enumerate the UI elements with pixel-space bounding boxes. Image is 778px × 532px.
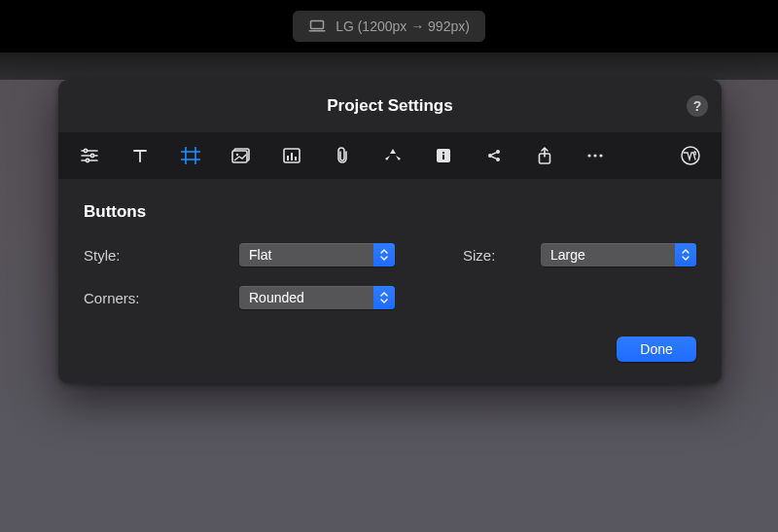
corners-select[interactable]: Rounded	[239, 286, 395, 309]
corners-label: Corners:	[84, 290, 239, 306]
svg-line-25	[492, 153, 497, 155]
svg-rect-16	[287, 156, 289, 160]
form-grid: Style: Flat Size: Large Corners: Rounded	[84, 243, 696, 309]
svg-point-6	[90, 154, 93, 157]
chevron-updown-icon	[675, 243, 696, 266]
share-icon[interactable]	[480, 142, 508, 169]
buttons-section: Buttons Style: Flat Size: Large Corners:…	[58, 179, 722, 309]
svg-rect-1	[309, 30, 326, 32]
help-icon: ?	[693, 98, 702, 114]
panel-header: Project Settings ?	[58, 80, 722, 132]
svg-rect-0	[311, 21, 324, 29]
panel-backdrop	[0, 53, 778, 80]
panel-title: Project Settings	[327, 96, 452, 116]
wordpress-icon[interactable]	[677, 142, 704, 169]
export-icon[interactable]	[531, 142, 558, 169]
size-value: Large	[550, 247, 585, 263]
attachment-icon[interactable]	[329, 142, 356, 169]
svg-rect-21	[442, 155, 444, 160]
style-value: Flat	[249, 247, 271, 263]
svg-point-14	[236, 154, 238, 156]
svg-point-29	[593, 154, 596, 157]
more-icon[interactable]	[582, 142, 609, 169]
recycle-icon[interactable]	[379, 142, 407, 169]
svg-point-30	[599, 154, 602, 157]
laptop-icon	[308, 19, 326, 33]
info-icon[interactable]	[430, 142, 457, 169]
svg-rect-17	[291, 153, 293, 160]
svg-point-28	[587, 154, 590, 157]
sliders-icon[interactable]	[76, 142, 103, 169]
style-select[interactable]: Flat	[239, 243, 395, 266]
size-select[interactable]: Large	[541, 243, 696, 266]
section-title: Buttons	[84, 202, 696, 222]
image-icon[interactable]	[228, 142, 255, 169]
svg-rect-18	[295, 157, 297, 160]
text-icon[interactable]	[126, 142, 154, 169]
done-label: Done	[640, 341, 672, 357]
svg-rect-20	[442, 152, 444, 154]
chart-icon[interactable]	[278, 142, 305, 169]
project-settings-panel: Project Settings ?	[58, 80, 722, 383]
done-button[interactable]: Done	[617, 337, 696, 362]
settings-toolbar	[58, 132, 722, 179]
svg-line-26	[492, 157, 497, 159]
frame-icon[interactable]	[177, 142, 204, 169]
top-menubar: LG (1200px → 992px)	[0, 0, 778, 53]
size-label: Size:	[463, 247, 541, 264]
panel-footer: Done	[58, 309, 722, 362]
breakpoint-label: LG (1200px → 992px)	[336, 18, 470, 34]
svg-point-5	[84, 149, 87, 152]
chevron-updown-icon	[373, 286, 395, 309]
chevron-updown-icon	[373, 243, 395, 266]
breakpoint-indicator[interactable]: LG (1200px → 992px)	[293, 11, 485, 42]
corners-value: Rounded	[249, 290, 304, 305]
help-button[interactable]: ?	[687, 95, 708, 117]
style-label: Style:	[84, 247, 239, 264]
svg-point-7	[86, 159, 88, 161]
